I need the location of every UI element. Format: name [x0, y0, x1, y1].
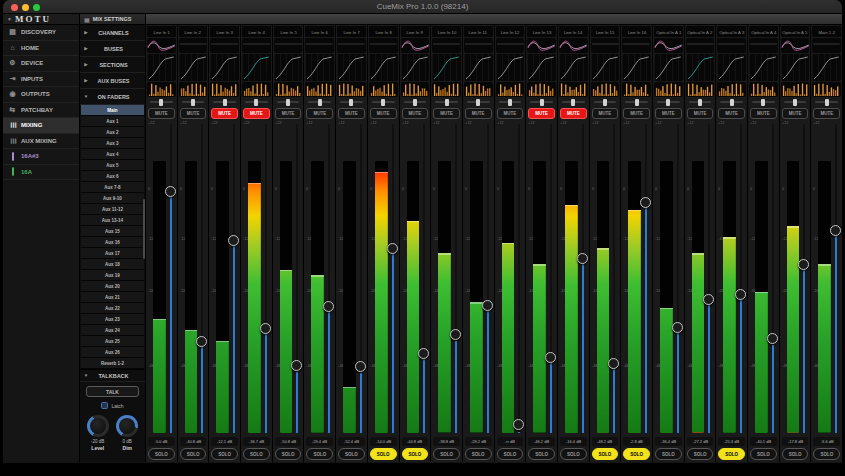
on-faders-item[interactable]: Aux 3: [81, 138, 144, 149]
mute-button[interactable]: MUTE: [338, 108, 365, 119]
eq-thumbnail[interactable]: [812, 38, 841, 53]
fader-knob[interactable]: [260, 323, 271, 334]
on-faders-item[interactable]: Aux 26: [81, 347, 144, 358]
dynamics-thumbnail[interactable]: [147, 54, 176, 81]
eq-thumbnail[interactable]: [432, 38, 461, 53]
dynamics-thumbnail[interactable]: [274, 54, 303, 81]
mute-button[interactable]: MUTE: [560, 108, 587, 119]
trim-handle[interactable]: [730, 99, 734, 106]
eq-thumbnail[interactable]: [622, 38, 651, 53]
trim-handle[interactable]: [318, 99, 322, 106]
trim-handle[interactable]: [445, 99, 449, 106]
solo-button[interactable]: SOLO: [148, 448, 175, 460]
trim-slider[interactable]: [338, 98, 365, 106]
dynamics-thumbnail[interactable]: [464, 54, 493, 81]
dynamics-thumbnail[interactable]: [242, 54, 271, 81]
mute-button[interactable]: MUTE: [528, 108, 555, 119]
trim-slider[interactable]: [687, 98, 714, 106]
fader-track[interactable]: [233, 124, 235, 433]
sidebar-device-16a[interactable]: 16A: [3, 165, 79, 181]
trim-slider[interactable]: [243, 98, 270, 106]
mute-button[interactable]: MUTE: [180, 108, 207, 119]
on-faders-item[interactable]: Aux 20: [81, 281, 144, 292]
dynamics-thumbnail[interactable]: [559, 54, 588, 81]
mute-button[interactable]: MUTE: [718, 108, 745, 119]
motu-logo[interactable]: ▼ MOTU: [3, 14, 79, 25]
solo-button[interactable]: SOLO: [370, 448, 397, 460]
dynamics-thumbnail[interactable]: [210, 54, 239, 81]
fader-track[interactable]: [360, 124, 362, 433]
fader-knob[interactable]: [513, 419, 524, 430]
solo-button[interactable]: SOLO: [402, 448, 429, 460]
settings-group-aux-buses[interactable]: ▶AUX BUSES: [80, 73, 145, 89]
fader-knob[interactable]: [830, 225, 841, 236]
trim-slider[interactable]: [497, 98, 524, 106]
on-faders-item[interactable]: Aux 22: [81, 303, 144, 314]
fader-track[interactable]: [645, 124, 647, 433]
on-faders-item[interactable]: Aux 13-14: [81, 215, 144, 226]
trim-handle[interactable]: [761, 99, 765, 106]
trim-handle[interactable]: [159, 99, 163, 106]
mute-button[interactable]: MUTE: [623, 108, 650, 119]
sidebar-item-mixing[interactable]: ☰MIXING: [3, 118, 79, 134]
solo-button[interactable]: SOLO: [813, 448, 840, 460]
on-faders-item[interactable]: Aux 11-12: [81, 204, 144, 215]
trim-slider[interactable]: [465, 98, 492, 106]
eq-thumbnail[interactable]: [464, 38, 493, 53]
fader-track[interactable]: [423, 124, 425, 433]
eq-thumbnail[interactable]: [781, 38, 810, 53]
on-faders-item[interactable]: Aux 21: [81, 292, 144, 303]
mute-button[interactable]: MUTE: [813, 108, 840, 119]
mute-button[interactable]: MUTE: [687, 108, 714, 119]
mute-button[interactable]: MUTE: [370, 108, 397, 119]
solo-button[interactable]: SOLO: [465, 448, 492, 460]
fader-track[interactable]: [392, 124, 394, 433]
solo-button[interactable]: SOLO: [528, 448, 555, 460]
dynamics-thumbnail[interactable]: [496, 54, 525, 81]
on-faders-item[interactable]: Aux 18: [81, 259, 144, 270]
trim-slider[interactable]: [592, 98, 619, 106]
fader-track[interactable]: [328, 124, 330, 433]
on-faders-item[interactable]: Aux 4: [81, 149, 144, 160]
solo-button[interactable]: SOLO: [243, 448, 270, 460]
trim-slider[interactable]: [370, 98, 397, 106]
fader-track[interactable]: [835, 124, 837, 433]
trim-slider[interactable]: [180, 98, 207, 106]
dim-knob[interactable]: [116, 415, 138, 437]
eq-thumbnail[interactable]: [527, 38, 556, 53]
fader-track[interactable]: [772, 124, 774, 433]
eq-thumbnail[interactable]: [242, 38, 271, 53]
trim-slider[interactable]: [623, 98, 650, 106]
fader-knob[interactable]: [577, 253, 588, 264]
trim-slider[interactable]: [433, 98, 460, 106]
trim-slider[interactable]: [211, 98, 238, 106]
fader-knob[interactable]: [228, 235, 239, 246]
fader-knob[interactable]: [608, 358, 619, 369]
solo-button[interactable]: SOLO: [211, 448, 238, 460]
mute-button[interactable]: MUTE: [433, 108, 460, 119]
on-faders-item[interactable]: Aux 9-10: [81, 193, 144, 204]
sidebar-item-aux-mixing[interactable]: ☰AUX MIXING: [3, 134, 79, 150]
level-knob[interactable]: [87, 415, 109, 437]
dynamics-thumbnail[interactable]: [369, 54, 398, 81]
eq-thumbnail[interactable]: [654, 38, 683, 53]
eq-thumbnail[interactable]: [210, 38, 239, 53]
trim-handle[interactable]: [191, 99, 195, 106]
on-faders-item[interactable]: Aux 2: [81, 127, 144, 138]
scrollbar[interactable]: [143, 199, 145, 259]
trim-handle[interactable]: [476, 99, 480, 106]
on-faders-item[interactable]: Aux 16: [81, 237, 144, 248]
eq-thumbnail[interactable]: [749, 38, 778, 53]
dynamics-thumbnail[interactable]: [401, 54, 430, 81]
fader-track[interactable]: [455, 124, 457, 433]
dynamics-thumbnail[interactable]: [686, 54, 715, 81]
fader-knob[interactable]: [545, 352, 556, 363]
on-faders-item[interactable]: Aux 17: [81, 248, 144, 259]
trim-slider[interactable]: [306, 98, 333, 106]
dynamics-thumbnail[interactable]: [305, 54, 334, 81]
solo-button[interactable]: SOLO: [750, 448, 777, 460]
fader-track[interactable]: [518, 124, 520, 433]
settings-group-on-faders[interactable]: ▼ON FADERS: [80, 89, 145, 105]
close-button-icon[interactable]: [11, 4, 18, 11]
fader-knob[interactable]: [323, 301, 334, 312]
